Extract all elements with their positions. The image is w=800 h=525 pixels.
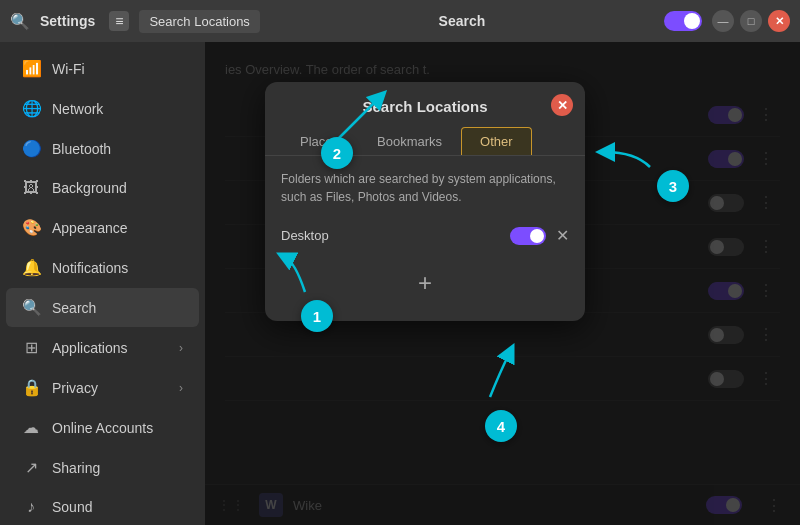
dialog-content: Folders which are searched by system app… xyxy=(265,156,585,321)
search-icon: 🔍 xyxy=(22,298,40,317)
sidebar-item-label: Sharing xyxy=(52,460,100,476)
sidebar-item-label: Sound xyxy=(52,499,92,515)
dialog-close-button[interactable]: ✕ xyxy=(551,94,573,116)
menu-button[interactable]: ≡ xyxy=(109,11,129,31)
maximize-button[interactable]: □ xyxy=(740,10,762,32)
search-locations-tab[interactable]: Search Locations xyxy=(139,10,259,33)
desktop-label: Desktop xyxy=(281,228,500,243)
privacy-icon: 🔒 xyxy=(22,378,40,397)
sidebar-item-appearance[interactable]: 🎨 Appearance xyxy=(6,208,199,247)
annotation-badge-2: 2 xyxy=(321,137,353,169)
background-icon: 🖼 xyxy=(22,179,40,197)
annotation-badge-4: 4 xyxy=(485,410,517,442)
sidebar-item-label: Privacy xyxy=(52,380,98,396)
sidebar-item-bluetooth[interactable]: 🔵 Bluetooth xyxy=(6,129,199,168)
window-controls: — □ ✕ xyxy=(712,10,790,32)
sidebar-item-network[interactable]: 🌐 Network xyxy=(6,89,199,128)
sidebar-item-label: Appearance xyxy=(52,220,128,236)
sidebar-item-label: Bluetooth xyxy=(52,141,111,157)
dialog-title: Search Locations xyxy=(362,98,487,115)
sidebar-item-background[interactable]: 🖼 Background xyxy=(6,169,199,207)
bluetooth-icon: 🔵 xyxy=(22,139,40,158)
page-title: Search xyxy=(270,13,654,29)
dialog-tabs: Places Bookmarks Other xyxy=(265,115,585,156)
chevron-right-icon: › xyxy=(179,341,183,355)
desktop-remove-button[interactable]: ✕ xyxy=(556,226,569,245)
sidebar-item-label: Network xyxy=(52,101,103,117)
sidebar-item-label: Online Accounts xyxy=(52,420,153,436)
desktop-toggle[interactable] xyxy=(510,227,546,245)
tab-bookmarks[interactable]: Bookmarks xyxy=(358,127,461,155)
sharing-icon: ↗ xyxy=(22,458,40,477)
sidebar-item-privacy[interactable]: 🔒 Privacy › xyxy=(6,368,199,407)
applications-icon: ⊞ xyxy=(22,338,40,357)
search-locations-dialog: Search Locations ✕ Places Bookmarks Othe… xyxy=(265,82,585,321)
tab-other[interactable]: Other xyxy=(461,127,532,155)
sidebar-item-label: Search xyxy=(52,300,96,316)
sidebar: 📶 Wi-Fi 🌐 Network 🔵 Bluetooth 🖼 Backgrou… xyxy=(0,42,205,525)
titlebar-search-icon[interactable]: 🔍 xyxy=(10,12,30,31)
chevron-right-icon: › xyxy=(179,381,183,395)
sidebar-item-notifications[interactable]: 🔔 Notifications xyxy=(6,248,199,287)
content-area: ies Overview. The order of search t. ⋮ ⋮… xyxy=(205,42,800,525)
sidebar-item-wifi[interactable]: 📶 Wi-Fi xyxy=(6,49,199,88)
network-icon: 🌐 xyxy=(22,99,40,118)
app-title: Settings xyxy=(40,13,95,29)
sidebar-item-label: Wi-Fi xyxy=(52,61,85,77)
dialog-add-section: + xyxy=(281,249,569,307)
sidebar-item-label: Background xyxy=(52,180,127,196)
dialog-item-desktop: Desktop ✕ xyxy=(281,222,569,249)
sidebar-item-online-accounts[interactable]: ☁ Online Accounts xyxy=(6,408,199,447)
sidebar-item-sharing[interactable]: ↗ Sharing xyxy=(6,448,199,487)
add-location-button[interactable]: + xyxy=(418,269,432,297)
sound-icon: ♪ xyxy=(22,498,40,516)
annotation-badge-1: 1 xyxy=(301,300,333,332)
sidebar-item-label: Notifications xyxy=(52,260,128,276)
header-toggle-switch[interactable] xyxy=(664,11,702,31)
online-accounts-icon: ☁ xyxy=(22,418,40,437)
main-layout: 📶 Wi-Fi 🌐 Network 🔵 Bluetooth 🖼 Backgrou… xyxy=(0,42,800,525)
header-toggle[interactable] xyxy=(664,11,702,31)
sidebar-item-applications[interactable]: ⊞ Applications › xyxy=(6,328,199,367)
sidebar-item-search[interactable]: 🔍 Search xyxy=(6,288,199,327)
appearance-icon: 🎨 xyxy=(22,218,40,237)
close-button[interactable]: ✕ xyxy=(768,10,790,32)
notifications-icon: 🔔 xyxy=(22,258,40,277)
minimize-button[interactable]: — xyxy=(712,10,734,32)
sidebar-item-label: Applications xyxy=(52,340,128,356)
dialog-description: Folders which are searched by system app… xyxy=(281,170,569,206)
sidebar-item-sound[interactable]: ♪ Sound xyxy=(6,488,199,525)
annotation-badge-3: 3 xyxy=(657,170,689,202)
dialog-header: Search Locations ✕ xyxy=(265,82,585,115)
titlebar: 🔍 Settings ≡ Search Locations Search — □… xyxy=(0,0,800,42)
wifi-icon: 📶 xyxy=(22,59,40,78)
